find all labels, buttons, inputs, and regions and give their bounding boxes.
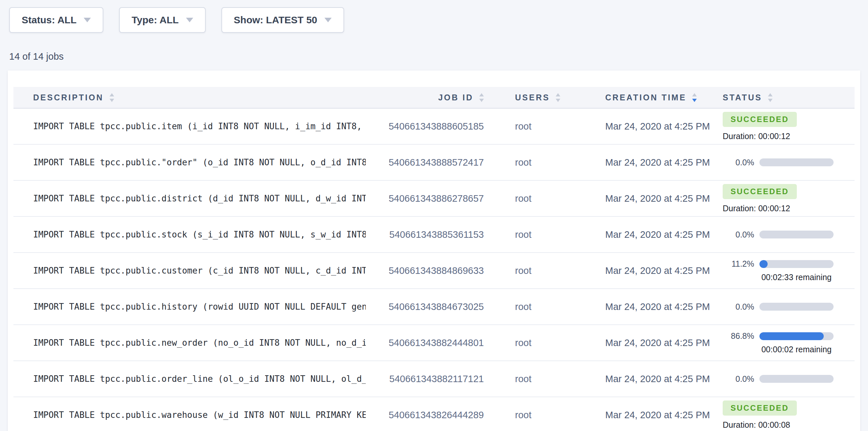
progress-remaining: 00:00:02 remaining [760,345,834,354]
progress-bar [760,230,834,239]
status-filter-dropdown[interactable]: Status: ALL [9,7,103,33]
progress-bar [760,375,834,383]
status-filter-label: Status: ALL [22,14,76,26]
jobs-table-body: IMPORT TABLE tpcc.public.item (i_id INT8… [13,109,855,431]
progress-percent: 11.2% [723,259,754,269]
column-header-creation-time[interactable]: CREATION TIME [592,93,717,102]
show-filter-dropdown[interactable]: Show: LATEST 50 [221,7,344,33]
type-filter-dropdown[interactable]: Type: ALL [119,7,205,33]
status-badge: SUCCEEDED [723,400,797,415]
job-status-cell: SUCCEEDED Duration: 00:00:12 [717,112,855,141]
progress-bar-fill [760,332,824,340]
job-creation-time: Mar 24, 2020 at 4:25 PM [592,157,717,168]
job-user: root [484,265,592,276]
type-filter-label: Type: ALL [131,14,179,26]
table-row[interactable]: IMPORT TABLE tpcc.public."order" (o_id I… [13,145,855,181]
table-row[interactable]: IMPORT TABLE tpcc.public.order_line (ol_… [13,361,855,397]
job-status-cell: 0.0% [717,158,855,167]
job-description: IMPORT TABLE tpcc.public.district (d_id … [13,193,366,203]
job-description: IMPORT TABLE tpcc.public.order_line (ol_… [13,374,366,384]
job-id: 540661343888605185 [366,121,484,132]
column-header-status[interactable]: STATUS [717,93,855,102]
table-row[interactable]: IMPORT TABLE tpcc.public.new_order (no_o… [13,325,855,361]
job-user: root [484,302,592,312]
job-status-cell: SUCCEEDED Duration: 00:00:08 [717,400,855,430]
status-duration: Duration: 00:00:12 [723,131,790,141]
job-status-cell: 0.0% [717,302,855,312]
progress-percent: 86.8% [723,331,754,341]
column-label: DESCRIPTION [33,93,104,102]
job-creation-time: Mar 24, 2020 at 4:25 PM [592,229,717,240]
column-label: STATUS [723,93,762,102]
job-status-cell: 86.8% 00:00:02 remaining [717,331,855,354]
column-header-job-id[interactable]: JOB ID [366,93,484,102]
sort-arrows-icon [556,93,560,102]
job-id: 540661343885361153 [366,229,484,240]
job-user: root [484,157,592,168]
column-header-description[interactable]: DESCRIPTION [13,93,366,102]
job-user: root [484,193,592,204]
job-creation-time: Mar 24, 2020 at 4:25 PM [592,121,717,132]
table-row[interactable]: IMPORT TABLE tpcc.public.warehouse (w_id… [13,397,855,431]
job-status-cell: SUCCEEDED Duration: 00:00:12 [717,184,855,213]
status-badge: SUCCEEDED [723,112,797,127]
show-filter-label: Show: LATEST 50 [234,14,317,26]
job-id: 540661343826444289 [366,410,484,421]
progress-remaining: 00:02:33 remaining [760,273,834,282]
jobs-table: DESCRIPTION JOB ID USERS CREATION TIME S… [13,70,855,431]
job-description: IMPORT TABLE tpcc.public.customer (c_id … [13,266,366,276]
sort-arrows-icon [479,93,484,102]
job-creation-time: Mar 24, 2020 at 4:25 PM [592,302,717,312]
job-user: root [484,121,592,132]
progress-percent: 0.0% [723,158,754,167]
job-description: IMPORT TABLE tpcc.public."order" (o_id I… [13,157,366,167]
sort-arrows-icon [692,93,697,102]
chevron-down-icon [186,18,193,22]
chevron-down-icon [324,18,332,22]
sort-arrows-icon [768,93,773,102]
job-user: root [484,229,592,240]
sort-arrows-icon [110,93,114,102]
table-row[interactable]: IMPORT TABLE tpcc.public.stock (s_i_id I… [13,217,855,253]
job-status-cell: 0.0% [717,230,855,240]
progress-percent: 0.0% [723,230,754,240]
job-creation-time: Mar 24, 2020 at 4:25 PM [592,374,717,384]
table-row[interactable]: IMPORT TABLE tpcc.public.customer (c_id … [13,253,855,289]
jobs-filter-bar: Status: ALL Type: ALL Show: LATEST 50 [0,0,868,33]
jobs-table-header: DESCRIPTION JOB ID USERS CREATION TIME S… [13,87,855,109]
table-row[interactable]: IMPORT TABLE tpcc.public.item (i_id INT8… [13,109,855,145]
progress-bar [760,332,834,340]
progress-bar [760,158,834,166]
job-id: 540661343884869633 [366,265,484,276]
status-duration: Duration: 00:00:12 [723,204,790,213]
table-row[interactable]: IMPORT TABLE tpcc.public.history (rowid … [13,289,855,325]
job-description: IMPORT TABLE tpcc.public.item (i_id INT8… [13,121,366,131]
column-label: CREATION TIME [605,93,686,102]
job-creation-time: Mar 24, 2020 at 4:25 PM [592,338,717,348]
job-user: root [484,410,592,421]
job-status-cell: 11.2% 00:02:33 remaining [717,259,855,282]
progress-percent: 0.0% [723,302,754,312]
job-id: 540661343884673025 [366,302,484,312]
job-description: IMPORT TABLE tpcc.public.warehouse (w_id… [13,410,366,420]
job-user: root [484,374,592,384]
status-duration: Duration: 00:00:08 [723,420,790,430]
column-header-users[interactable]: USERS [484,93,592,102]
job-creation-time: Mar 24, 2020 at 4:25 PM [592,265,717,276]
job-id: 540661343886278657 [366,193,484,204]
progress-bar-fill [760,260,768,268]
job-id: 540661343882117121 [366,374,484,384]
progress-percent: 0.0% [723,374,754,384]
column-label: JOB ID [438,93,473,102]
job-status-cell: 0.0% [717,374,855,384]
job-description: IMPORT TABLE tpcc.public.history (rowid … [13,302,366,312]
jobs-count-summary: 14 of 14 jobs [9,51,868,62]
job-creation-time: Mar 24, 2020 at 4:25 PM [592,193,717,204]
jobs-table-panel: DESCRIPTION JOB ID USERS CREATION TIME S… [8,70,860,431]
table-row[interactable]: IMPORT TABLE tpcc.public.district (d_id … [13,181,855,217]
job-description: IMPORT TABLE tpcc.public.new_order (no_o… [13,338,366,348]
chevron-down-icon [84,18,91,22]
column-label: USERS [515,93,550,102]
job-id: 540661343888572417 [366,157,484,168]
job-user: root [484,338,592,348]
